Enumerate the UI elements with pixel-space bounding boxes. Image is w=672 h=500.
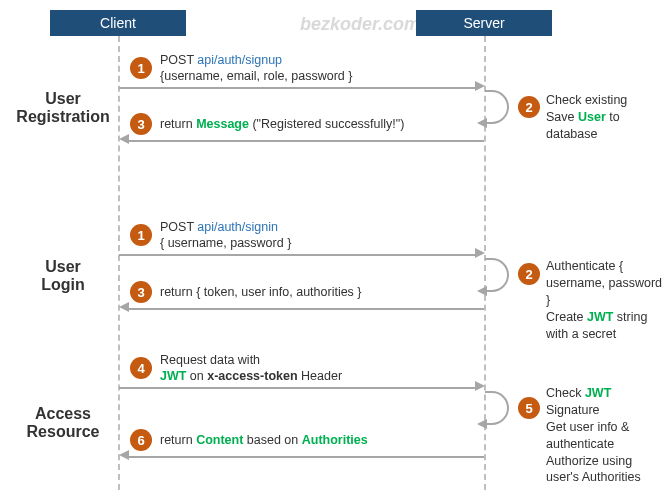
step-reg-2-text: Check existing Save User to database bbox=[546, 92, 672, 143]
client-lifeline-head: Client bbox=[50, 10, 186, 36]
step-acc-6-badge: 6 bbox=[130, 429, 152, 451]
watermark: bezkoder.com bbox=[300, 14, 420, 35]
section-login-label: UserLogin bbox=[8, 258, 118, 293]
arrow-login-1 bbox=[119, 254, 475, 256]
step-login-2-text: Authenticate { username, password } Crea… bbox=[546, 258, 666, 342]
section-registration-label: UserRegistration bbox=[8, 90, 118, 125]
step-acc-4-text: Request data with JWT on x-access-token … bbox=[160, 353, 342, 384]
step-acc-5-badge: 5 bbox=[518, 397, 540, 419]
arrow-login-1-head bbox=[475, 248, 485, 258]
step-acc-4-badge: 4 bbox=[130, 357, 152, 379]
step-acc-6-text: return Content based on Authorities bbox=[160, 433, 368, 449]
client-lifeline bbox=[118, 36, 120, 490]
arrow-reg-3 bbox=[128, 140, 484, 142]
step-reg-1-text: POST api/auth/signup {username, email, r… bbox=[160, 53, 352, 84]
step-acc-5-text: Check JWT Signature Get user info & auth… bbox=[546, 385, 666, 486]
step-login-2-badge: 2 bbox=[518, 263, 540, 285]
step-login-3-text: return { token, user info, authorities } bbox=[160, 285, 362, 301]
arrow-acc-4 bbox=[119, 387, 475, 389]
arrow-acc-4-head bbox=[475, 381, 485, 391]
arrow-reg-3-head bbox=[119, 134, 129, 144]
arrow-reg-1-head bbox=[475, 81, 485, 91]
server-lifeline-head: Server bbox=[416, 10, 552, 36]
self-arc-login bbox=[485, 258, 509, 292]
arrow-reg-1 bbox=[119, 87, 475, 89]
arrow-acc-6 bbox=[128, 456, 484, 458]
section-access-label: AccessResource bbox=[8, 405, 118, 440]
step-reg-2-badge: 2 bbox=[518, 96, 540, 118]
step-reg-1-badge: 1 bbox=[130, 57, 152, 79]
arrow-login-3-head bbox=[119, 302, 129, 312]
self-arc-access bbox=[485, 391, 509, 425]
step-reg-3-text: return Message ("Registered successfully… bbox=[160, 117, 404, 133]
self-arc-reg bbox=[485, 90, 509, 124]
step-login-1-badge: 1 bbox=[130, 224, 152, 246]
step-login-3-badge: 3 bbox=[130, 281, 152, 303]
arrow-acc-6-head bbox=[119, 450, 129, 460]
arrow-login-3 bbox=[128, 308, 484, 310]
step-reg-3-badge: 3 bbox=[130, 113, 152, 135]
step-login-1-text: POST api/auth/signin { username, passwor… bbox=[160, 220, 291, 251]
